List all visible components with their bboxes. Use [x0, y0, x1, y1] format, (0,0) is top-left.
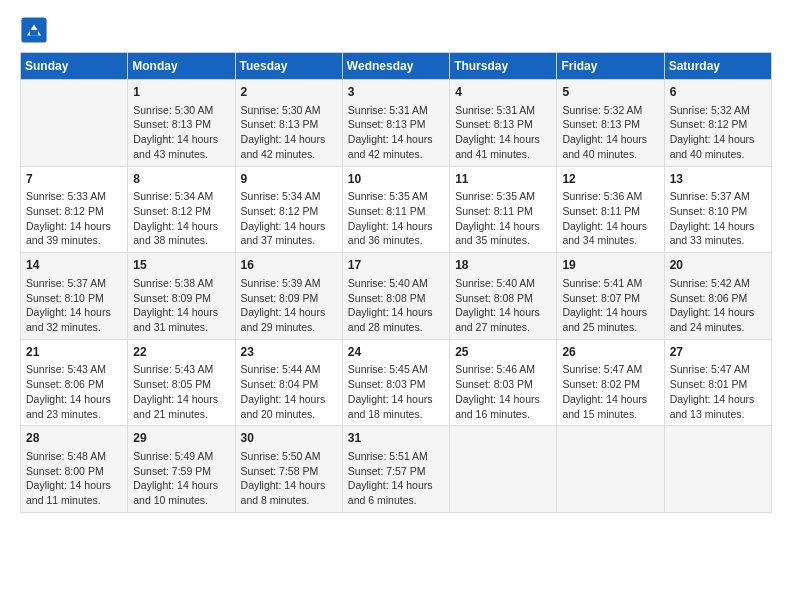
- calendar-row-5: 28Sunrise: 5:48 AM Sunset: 8:00 PM Dayli…: [21, 426, 772, 513]
- day-number: 14: [26, 257, 122, 274]
- day-number: 10: [348, 171, 444, 188]
- day-number: 18: [455, 257, 551, 274]
- day-number: 31: [348, 430, 444, 447]
- day-number: 8: [133, 171, 229, 188]
- calendar-cell: 31Sunrise: 5:51 AM Sunset: 7:57 PM Dayli…: [342, 426, 449, 513]
- day-info: Sunrise: 5:46 AM Sunset: 8:03 PM Dayligh…: [455, 362, 551, 421]
- calendar-cell: 22Sunrise: 5:43 AM Sunset: 8:05 PM Dayli…: [128, 339, 235, 426]
- calendar-cell: 23Sunrise: 5:44 AM Sunset: 8:04 PM Dayli…: [235, 339, 342, 426]
- day-number: 25: [455, 344, 551, 361]
- calendar-cell: 24Sunrise: 5:45 AM Sunset: 8:03 PM Dayli…: [342, 339, 449, 426]
- calendar-cell: 4Sunrise: 5:31 AM Sunset: 8:13 PM Daylig…: [450, 80, 557, 167]
- calendar-cell: 19Sunrise: 5:41 AM Sunset: 8:07 PM Dayli…: [557, 253, 664, 340]
- calendar-cell: 18Sunrise: 5:40 AM Sunset: 8:08 PM Dayli…: [450, 253, 557, 340]
- day-info: Sunrise: 5:34 AM Sunset: 8:12 PM Dayligh…: [133, 189, 229, 248]
- calendar-cell: 9Sunrise: 5:34 AM Sunset: 8:12 PM Daylig…: [235, 166, 342, 253]
- col-header-monday: Monday: [128, 53, 235, 80]
- calendar-cell: 13Sunrise: 5:37 AM Sunset: 8:10 PM Dayli…: [664, 166, 771, 253]
- calendar-row-2: 7Sunrise: 5:33 AM Sunset: 8:12 PM Daylig…: [21, 166, 772, 253]
- logo: [20, 16, 52, 44]
- calendar-cell: [664, 426, 771, 513]
- day-number: 11: [455, 171, 551, 188]
- day-info: Sunrise: 5:47 AM Sunset: 8:02 PM Dayligh…: [562, 362, 658, 421]
- calendar-cell: 14Sunrise: 5:37 AM Sunset: 8:10 PM Dayli…: [21, 253, 128, 340]
- day-number: 3: [348, 84, 444, 101]
- day-info: Sunrise: 5:32 AM Sunset: 8:13 PM Dayligh…: [562, 103, 658, 162]
- day-number: 2: [241, 84, 337, 101]
- calendar-cell: 16Sunrise: 5:39 AM Sunset: 8:09 PM Dayli…: [235, 253, 342, 340]
- day-number: 23: [241, 344, 337, 361]
- svg-rect-2: [30, 30, 38, 36]
- day-info: Sunrise: 5:41 AM Sunset: 8:07 PM Dayligh…: [562, 276, 658, 335]
- day-number: 21: [26, 344, 122, 361]
- col-header-friday: Friday: [557, 53, 664, 80]
- day-number: 19: [562, 257, 658, 274]
- calendar-cell: [450, 426, 557, 513]
- calendar-header-row: SundayMondayTuesdayWednesdayThursdayFrid…: [21, 53, 772, 80]
- day-number: 9: [241, 171, 337, 188]
- day-info: Sunrise: 5:31 AM Sunset: 8:13 PM Dayligh…: [455, 103, 551, 162]
- calendar-row-3: 14Sunrise: 5:37 AM Sunset: 8:10 PM Dayli…: [21, 253, 772, 340]
- day-number: 15: [133, 257, 229, 274]
- day-number: 28: [26, 430, 122, 447]
- day-info: Sunrise: 5:51 AM Sunset: 7:57 PM Dayligh…: [348, 449, 444, 508]
- day-number: 20: [670, 257, 766, 274]
- day-info: Sunrise: 5:37 AM Sunset: 8:10 PM Dayligh…: [26, 276, 122, 335]
- day-number: 22: [133, 344, 229, 361]
- day-number: 6: [670, 84, 766, 101]
- day-number: 16: [241, 257, 337, 274]
- day-number: 12: [562, 171, 658, 188]
- day-info: Sunrise: 5:37 AM Sunset: 8:10 PM Dayligh…: [670, 189, 766, 248]
- day-info: Sunrise: 5:39 AM Sunset: 8:09 PM Dayligh…: [241, 276, 337, 335]
- day-number: 1: [133, 84, 229, 101]
- day-number: 29: [133, 430, 229, 447]
- day-info: Sunrise: 5:50 AM Sunset: 7:58 PM Dayligh…: [241, 449, 337, 508]
- calendar-cell: 5Sunrise: 5:32 AM Sunset: 8:13 PM Daylig…: [557, 80, 664, 167]
- day-info: Sunrise: 5:35 AM Sunset: 8:11 PM Dayligh…: [348, 189, 444, 248]
- calendar-cell: 20Sunrise: 5:42 AM Sunset: 8:06 PM Dayli…: [664, 253, 771, 340]
- calendar-cell: 30Sunrise: 5:50 AM Sunset: 7:58 PM Dayli…: [235, 426, 342, 513]
- calendar-cell: 17Sunrise: 5:40 AM Sunset: 8:08 PM Dayli…: [342, 253, 449, 340]
- day-info: Sunrise: 5:35 AM Sunset: 8:11 PM Dayligh…: [455, 189, 551, 248]
- day-info: Sunrise: 5:48 AM Sunset: 8:00 PM Dayligh…: [26, 449, 122, 508]
- calendar-cell: 6Sunrise: 5:32 AM Sunset: 8:12 PM Daylig…: [664, 80, 771, 167]
- calendar-cell: 21Sunrise: 5:43 AM Sunset: 8:06 PM Dayli…: [21, 339, 128, 426]
- calendar-cell: 15Sunrise: 5:38 AM Sunset: 8:09 PM Dayli…: [128, 253, 235, 340]
- day-info: Sunrise: 5:47 AM Sunset: 8:01 PM Dayligh…: [670, 362, 766, 421]
- day-info: Sunrise: 5:33 AM Sunset: 8:12 PM Dayligh…: [26, 189, 122, 248]
- day-info: Sunrise: 5:45 AM Sunset: 8:03 PM Dayligh…: [348, 362, 444, 421]
- day-info: Sunrise: 5:49 AM Sunset: 7:59 PM Dayligh…: [133, 449, 229, 508]
- calendar-cell: [557, 426, 664, 513]
- calendar-cell: 7Sunrise: 5:33 AM Sunset: 8:12 PM Daylig…: [21, 166, 128, 253]
- day-info: Sunrise: 5:30 AM Sunset: 8:13 PM Dayligh…: [133, 103, 229, 162]
- day-info: Sunrise: 5:42 AM Sunset: 8:06 PM Dayligh…: [670, 276, 766, 335]
- day-info: Sunrise: 5:34 AM Sunset: 8:12 PM Dayligh…: [241, 189, 337, 248]
- calendar-cell: 10Sunrise: 5:35 AM Sunset: 8:11 PM Dayli…: [342, 166, 449, 253]
- calendar-cell: 1Sunrise: 5:30 AM Sunset: 8:13 PM Daylig…: [128, 80, 235, 167]
- logo-icon: [20, 16, 48, 44]
- calendar-cell: 29Sunrise: 5:49 AM Sunset: 7:59 PM Dayli…: [128, 426, 235, 513]
- calendar-cell: 8Sunrise: 5:34 AM Sunset: 8:12 PM Daylig…: [128, 166, 235, 253]
- calendar-cell: 25Sunrise: 5:46 AM Sunset: 8:03 PM Dayli…: [450, 339, 557, 426]
- calendar-row-1: 1Sunrise: 5:30 AM Sunset: 8:13 PM Daylig…: [21, 80, 772, 167]
- day-info: Sunrise: 5:32 AM Sunset: 8:12 PM Dayligh…: [670, 103, 766, 162]
- day-info: Sunrise: 5:30 AM Sunset: 8:13 PM Dayligh…: [241, 103, 337, 162]
- calendar-cell: [21, 80, 128, 167]
- col-header-saturday: Saturday: [664, 53, 771, 80]
- calendar-row-4: 21Sunrise: 5:43 AM Sunset: 8:06 PM Dayli…: [21, 339, 772, 426]
- day-info: Sunrise: 5:38 AM Sunset: 8:09 PM Dayligh…: [133, 276, 229, 335]
- day-number: 24: [348, 344, 444, 361]
- col-header-wednesday: Wednesday: [342, 53, 449, 80]
- day-number: 26: [562, 344, 658, 361]
- day-number: 27: [670, 344, 766, 361]
- col-header-sunday: Sunday: [21, 53, 128, 80]
- col-header-tuesday: Tuesday: [235, 53, 342, 80]
- calendar-table: SundayMondayTuesdayWednesdayThursdayFrid…: [20, 52, 772, 513]
- calendar-cell: 12Sunrise: 5:36 AM Sunset: 8:11 PM Dayli…: [557, 166, 664, 253]
- day-info: Sunrise: 5:43 AM Sunset: 8:05 PM Dayligh…: [133, 362, 229, 421]
- day-number: 5: [562, 84, 658, 101]
- calendar-cell: 28Sunrise: 5:48 AM Sunset: 8:00 PM Dayli…: [21, 426, 128, 513]
- day-info: Sunrise: 5:44 AM Sunset: 8:04 PM Dayligh…: [241, 362, 337, 421]
- calendar-cell: 27Sunrise: 5:47 AM Sunset: 8:01 PM Dayli…: [664, 339, 771, 426]
- day-info: Sunrise: 5:31 AM Sunset: 8:13 PM Dayligh…: [348, 103, 444, 162]
